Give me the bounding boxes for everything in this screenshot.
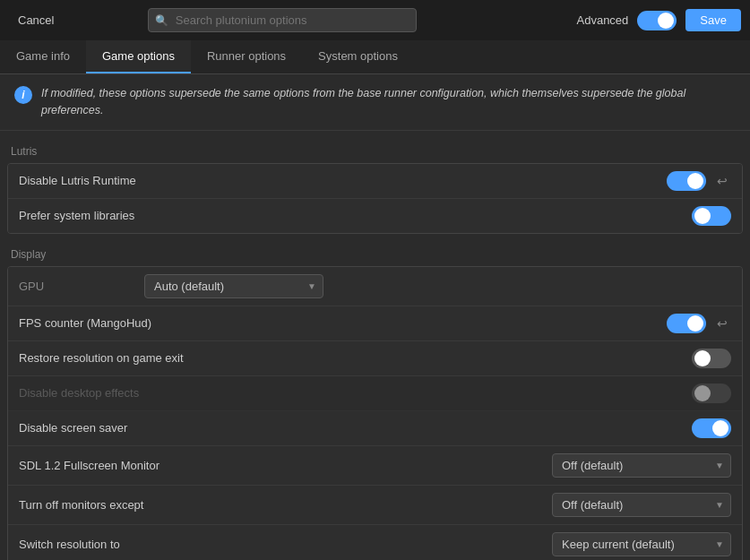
disable-desktop-effects-toggle[interactable] [692,383,731,403]
tab-game-options[interactable]: Game options [86,40,191,73]
disable-screensaver-toggle[interactable] [692,418,731,438]
turn-off-monitors-dropdown-wrapper: Off (default) [552,493,731,517]
gpu-label: GPU [19,280,144,293]
sdl-fullscreen-row: SDL 1.2 Fullscreen Monitor Off (default) [8,446,742,486]
turn-off-monitors-control: Off (default) [552,493,731,517]
display-options-box: GPU Auto (default) FPS counter (MangoHud… [7,266,743,561]
lutris-options-box: Disable Lutris Runtime ↩ Prefer system l… [7,163,743,234]
info-icon: i [14,86,32,104]
disable-lutris-runtime-reset[interactable]: ↩ [713,175,731,187]
turn-off-monitors-label: Turn off monitors except [19,498,552,512]
lutris-section: Lutris Disable Lutris Runtime ↩ Prefer s… [0,142,750,234]
advanced-label: Advanced [577,13,629,27]
sdl-fullscreen-dropdown[interactable]: Off (default) [552,453,731,478]
advanced-toggle[interactable] [637,11,677,30]
right-controls: Advanced Save [577,9,741,31]
disable-lutris-runtime-label: Disable Lutris Runtime [19,174,667,187]
gpu-row: GPU Auto (default) [8,267,742,306]
top-bar: Cancel 🔍 Advanced Save [0,0,750,40]
gpu-dropdown[interactable]: Auto (default) [144,274,323,298]
search-box: 🔍 [148,8,417,32]
tab-system-options[interactable]: System options [302,40,414,73]
turn-off-monitors-row: Turn off monitors except Off (default) [8,486,742,525]
tabs-bar: Game info Game options Runner options Sy… [0,40,750,74]
disable-lutris-runtime-control: ↩ [667,171,731,191]
prefer-system-libraries-label: Prefer system libraries [19,209,692,222]
disable-desktop-effects-label: Disable desktop effects [19,386,692,400]
disable-screensaver-control [692,418,731,438]
switch-resolution-dropdown-wrapper: Keep current (default) [552,532,731,556]
sdl-fullscreen-label: SDL 1.2 Fullscreen Monitor [19,459,552,472]
lutris-section-title: Lutris [0,142,750,163]
switch-resolution-control: Keep current (default) [552,532,731,556]
info-text: If modified, these options supersede the… [41,85,736,119]
content-area: Lutris Disable Lutris Runtime ↩ Prefer s… [0,131,750,561]
search-icon: 🔍 [155,14,168,27]
restore-resolution-row: Restore resolution on game exit [8,341,742,376]
gpu-dropdown-wrapper: Auto (default) [144,274,323,298]
fps-counter-row: FPS counter (MangoHud) ↩ [8,306,742,341]
restore-resolution-label: Restore resolution on game exit [19,351,692,365]
disable-desktop-effects-control [692,383,731,403]
prefer-system-libraries-row: Prefer system libraries [8,199,742,233]
disable-screensaver-row: Disable screen saver [8,411,742,446]
tab-runner-options[interactable]: Runner options [191,40,302,73]
restore-resolution-toggle[interactable] [692,349,731,368]
fps-counter-label: FPS counter (MangoHud) [19,316,667,330]
fps-counter-control: ↩ [667,314,731,333]
disable-desktop-effects-row: Disable desktop effects [8,376,742,411]
disable-lutris-runtime-toggle[interactable] [667,171,706,191]
switch-resolution-row: Switch resolution to Keep current (defau… [8,525,742,561]
display-section: Display GPU Auto (default) FPS counter (… [0,245,750,561]
switch-resolution-label: Switch resolution to [19,538,552,551]
tab-game-info[interactable]: Game info [0,40,86,73]
search-input[interactable] [148,8,417,32]
sdl-fullscreen-control: Off (default) [552,453,731,478]
cancel-button[interactable]: Cancel [9,10,63,30]
fps-counter-toggle[interactable] [667,314,706,333]
sdl-fullscreen-dropdown-wrapper: Off (default) [552,453,731,478]
fps-counter-reset[interactable]: ↩ [713,317,731,330]
save-button[interactable]: Save [685,9,741,31]
prefer-system-libraries-toggle[interactable] [692,206,731,226]
info-banner: i If modified, these options supersede t… [0,74,750,131]
display-section-title: Display [0,245,750,266]
turn-off-monitors-dropdown[interactable]: Off (default) [552,493,731,517]
prefer-system-libraries-control [692,206,731,226]
disable-lutris-runtime-row: Disable Lutris Runtime ↩ [8,164,742,199]
restore-resolution-control [692,349,731,368]
switch-resolution-dropdown[interactable]: Keep current (default) [552,532,731,556]
disable-screensaver-label: Disable screen saver [19,421,692,435]
